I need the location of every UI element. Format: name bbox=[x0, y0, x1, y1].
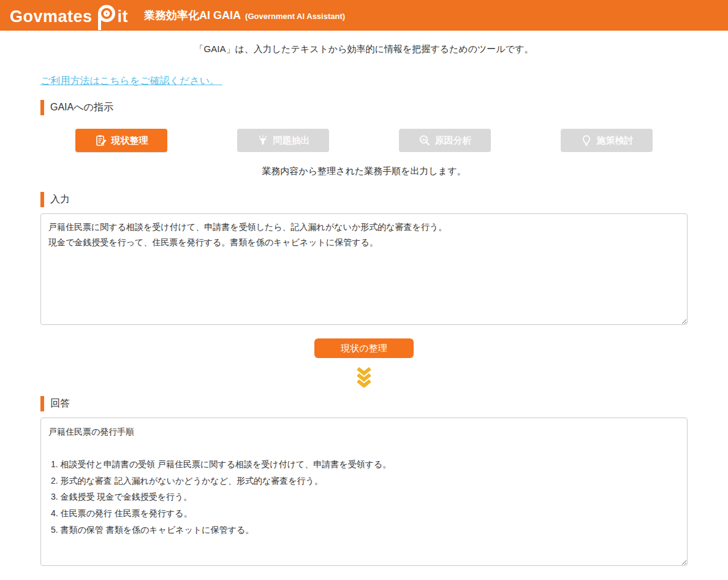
logo-p-icon bbox=[94, 4, 117, 31]
app-header: Govmates it 業務効率化AI GAIA (Government AI … bbox=[0, 0, 728, 31]
mode-button-problem-extraction[interactable]: 問題抽出 bbox=[237, 129, 329, 152]
input-section-heading: 入力 bbox=[40, 192, 688, 207]
mode-button-label: 問題抽出 bbox=[273, 135, 310, 147]
clipboard-edit-icon bbox=[95, 134, 107, 147]
funnel-icon bbox=[257, 134, 269, 147]
answer-textarea[interactable]: 戸籍住民票の発行手順 1. 相談受付と申請書の受領 戸籍住民票に関する相談を受け… bbox=[40, 418, 688, 566]
mode-button-row: 現状整理 問題抽出 原因分析 bbox=[40, 129, 688, 152]
lightbulb-icon bbox=[580, 134, 593, 147]
logo-text-prefix: Govmates bbox=[10, 9, 93, 27]
magnifier-chart-icon bbox=[419, 134, 431, 147]
logo-text-suffix: it bbox=[118, 9, 129, 27]
input-textarea[interactable]: 戸籍住民票に関する相談を受け付けて、申請書を受領したら、記入漏れがないか形式的な… bbox=[40, 213, 688, 325]
intro-text: 「GAIA」は、入力したテキストから効率的に情報を把握するためのツールです。 bbox=[40, 44, 688, 55]
mode-button-current-state[interactable]: 現状整理 bbox=[75, 129, 167, 152]
mode-button-label: 施策検討 bbox=[597, 135, 634, 147]
app-title: 業務効率化AI GAIA (Government AI Assistant) bbox=[144, 8, 345, 23]
usage-link[interactable]: ご利用方法はこちらをご確認ください。 bbox=[40, 75, 222, 88]
govmates-logo: Govmates it bbox=[10, 4, 128, 27]
mode-button-label: 原因分析 bbox=[435, 135, 472, 147]
triple-chevron-down-icon bbox=[354, 367, 374, 387]
mode-caption: 業務内容から整理された業務手順を出力します。 bbox=[40, 166, 688, 177]
app-title-main: 業務効率化AI GAIA bbox=[144, 8, 241, 23]
flow-arrow bbox=[40, 367, 688, 390]
answer-section-heading: 回答 bbox=[40, 396, 688, 411]
app-title-subtitle: (Government AI Assistant) bbox=[245, 12, 345, 21]
mode-button-cause-analysis[interactable]: 原因分析 bbox=[399, 129, 491, 152]
instruction-section-heading: GAIAへの指示 bbox=[40, 100, 688, 115]
organize-current-state-button[interactable]: 現状の整理 bbox=[314, 338, 414, 358]
mode-button-label: 現状整理 bbox=[112, 135, 148, 147]
mode-button-policy-review[interactable]: 施策検討 bbox=[561, 129, 653, 152]
